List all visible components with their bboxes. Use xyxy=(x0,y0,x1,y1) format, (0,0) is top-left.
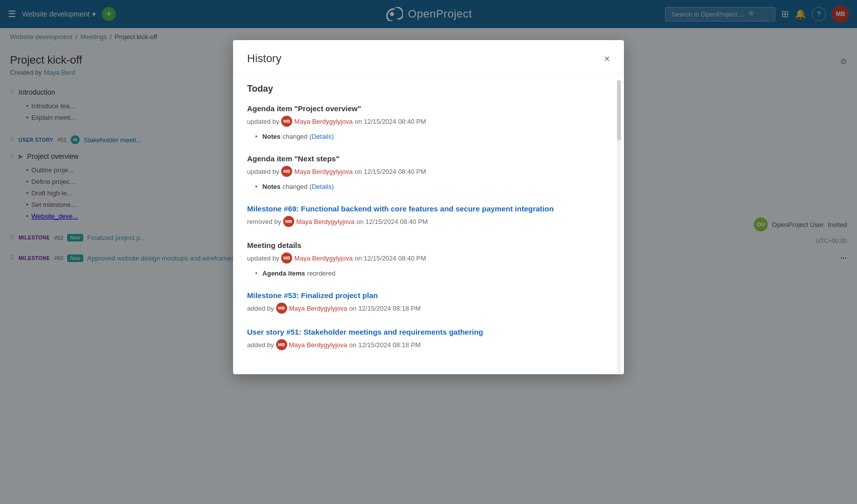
scrollbar-thumb[interactable] xyxy=(617,80,621,140)
modal-title: History xyxy=(247,52,281,65)
modal-header: History × xyxy=(233,40,624,74)
user-avatar: MB xyxy=(281,116,292,127)
history-entry-1: Agenda item "Project overview" updated b… xyxy=(247,104,610,140)
scrollbar-track[interactable] xyxy=(617,80,621,275)
details-link[interactable]: (Details) xyxy=(310,183,334,190)
entry-meta: updated by MB Maya Berdygylyjova on 12/1… xyxy=(247,166,610,177)
entry-meta: updated by MB Maya Berdygylyjova on 12/1… xyxy=(247,116,610,127)
modal-close-button[interactable]: × xyxy=(604,53,610,65)
details-link[interactable]: (Details) xyxy=(310,133,334,140)
history-date: Today xyxy=(247,84,610,94)
user-avatar: MB xyxy=(281,166,292,177)
user-name: Maya Berdygylyjova xyxy=(294,168,352,175)
entry-title: Meeting details xyxy=(247,241,610,249)
history-modal: History × Today Agenda item "Project ove… xyxy=(233,40,624,275)
user-name: Maya Berdygylyjova xyxy=(294,118,352,125)
entry-meta: updated by MB Maya Berdygylyjova on 12/1… xyxy=(247,253,610,264)
history-change: Agenda items reordered xyxy=(255,270,610,275)
milestone-link[interactable]: Milestone #69: Functional backend with c… xyxy=(247,204,610,213)
history-change: Notes changed (Details) xyxy=(255,133,610,140)
entry-meta: removed by MB Maya Berdygylyjova on 12/1… xyxy=(247,216,610,227)
user-name: Maya Berdygylyjova xyxy=(294,255,352,262)
user-avatar: MB xyxy=(281,253,292,264)
history-entry-3: Milestone #69: Functional backend with c… xyxy=(247,204,610,227)
modal-body[interactable]: Today Agenda item "Project overview" upd… xyxy=(233,74,624,275)
user-name: Maya Berdygylyjova xyxy=(296,218,354,225)
history-entry-2: Agenda item "Next steps" updated by MB M… xyxy=(247,154,610,190)
history-change: Notes changed (Details) xyxy=(255,183,610,190)
history-entry-4: Meeting details updated by MB Maya Berdy… xyxy=(247,241,610,275)
modal-overlay[interactable]: History × Today Agenda item "Project ove… xyxy=(0,0,857,275)
user-avatar: MB xyxy=(283,216,294,227)
entry-title: Agenda item "Project overview" xyxy=(247,104,610,113)
entry-title: Agenda item "Next steps" xyxy=(247,154,610,163)
